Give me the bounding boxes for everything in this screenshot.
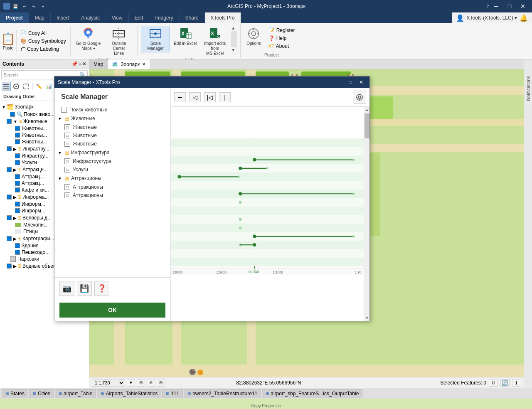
options-btn[interactable]: Options — [244, 26, 263, 47]
bottom-tab-airport[interactable]: ⊞ airport_Table — [55, 389, 96, 398]
ok-button[interactable]: OK — [59, 303, 165, 318]
copy-all-btn[interactable]: 📄 Copy All — [18, 30, 68, 37]
tree-infra-1[interactable]: □ Инфраструктура — [54, 157, 170, 165]
tab-analysis[interactable]: Analysis — [75, 12, 106, 23]
layer-checkbox[interactable] — [15, 174, 20, 179]
layer-checkbox[interactable] — [7, 119, 12, 124]
scroll-down-arrow[interactable]: ▼ — [364, 315, 369, 321]
scale-manager-btn[interactable]: Scale Manager — [141, 26, 170, 52]
layer-checkbox[interactable] — [15, 187, 20, 192]
tab-view[interactable]: View — [106, 12, 129, 23]
copy-labeling-btn[interactable]: 🏷 Copy Labeling — [18, 45, 68, 53]
scroll-up-arrow[interactable]: ▲ — [364, 107, 369, 113]
copy-symbology-btn[interactable]: 🎨 Copy Symbology — [18, 37, 68, 45]
pause-btn[interactable]: ⏸ — [489, 379, 498, 387]
layer-checkbox[interactable] — [10, 112, 15, 117]
refresh-btn[interactable]: 🔄 — [500, 379, 510, 387]
chart-tool-3[interactable]: |◁ — [204, 92, 216, 102]
tree-attr-2[interactable]: □ Аттракционы — [54, 191, 170, 200]
outside-center-lines-btn[interactable]: Outside CenterLines — [104, 26, 133, 57]
chart-tool-1[interactable]: ⊢ — [174, 92, 186, 102]
help-dialog-btn[interactable]: ❓ — [94, 281, 109, 296]
zoom-btn[interactable]: ⊕ — [147, 379, 155, 387]
layer-checkbox[interactable] — [7, 215, 12, 220]
undo-quick-btn[interactable]: ↩ — [21, 2, 28, 10]
dialog-close-btn[interactable]: ✕ — [356, 78, 366, 86]
contents-pin-btn[interactable]: 📌 — [71, 61, 78, 67]
tree-item-poisk[interactable]: □ Поиск животных — [54, 106, 170, 114]
contents-close-btn[interactable]: ✕ — [82, 61, 86, 67]
layer-checkbox[interactable] — [15, 126, 20, 131]
layer-checkbox[interactable] — [7, 146, 12, 151]
edit-excel-btn[interactable]: X Edit in Excel — [172, 26, 199, 47]
save-quick-btn[interactable]: 💾 — [12, 2, 19, 10]
layer-checkbox[interactable] — [15, 133, 20, 138]
close-btn[interactable]: ✕ — [517, 2, 529, 10]
layer-checkbox[interactable] — [15, 202, 20, 207]
redo-quick-btn[interactable]: ↪ — [30, 2, 37, 10]
bottom-tab-airport-output[interactable]: ⊞ airport_shp_FeatureS...ics_OutputTable — [262, 389, 362, 398]
layer-checkbox[interactable] — [15, 160, 20, 165]
layer-checkbox[interactable] — [7, 195, 12, 200]
settings-gear-btn[interactable] — [353, 91, 366, 104]
scale-dropdown-btn[interactable]: ▼ — [127, 379, 135, 387]
grid-btn[interactable]: ⊞ — [157, 379, 165, 387]
bottom-tab-states[interactable]: ⊞ States — [2, 389, 28, 398]
import-excel-btn[interactable]: X Import edits fromMS Excel — [200, 26, 229, 57]
extent-btn[interactable]: ⊞ — [137, 379, 145, 387]
register-btn[interactable]: 📝 Register — [266, 27, 297, 34]
map-tab-zopark[interactable]: 🗺️ Зоопарк ✕ — [108, 59, 150, 69]
scroll-thumb[interactable] — [365, 113, 369, 138]
goto-google-maps-btn[interactable]: Go to GoogleMaps ▾ — [74, 26, 103, 52]
tree-attr-1[interactable]: □ Аттракционы — [54, 183, 170, 191]
layer-checkbox[interactable] — [15, 153, 20, 158]
map-tab-map[interactable]: Map — [89, 59, 108, 69]
tab-map[interactable]: Map — [29, 12, 51, 23]
layer-checkbox[interactable] — [15, 208, 20, 213]
bottom-tab-airports-stats[interactable]: ⊞ Airports_TableStatistics — [97, 389, 161, 398]
layer-checkbox[interactable] — [7, 236, 12, 241]
minimize-btn[interactable]: ─ — [490, 2, 502, 10]
layer-checkbox[interactable] — [15, 243, 20, 248]
tab-edit[interactable]: Edit — [129, 12, 150, 23]
chart-tool-4[interactable]: | — [219, 92, 231, 102]
save-btn[interactable]: 💾 — [77, 281, 92, 296]
notification-icon[interactable]: 🔔 — [520, 14, 528, 22]
layer-checkbox[interactable] — [15, 250, 20, 255]
tree-group-attr[interactable]: ▼ ⊞ Аттракционы — [54, 174, 170, 183]
tree-group-animals[interactable]: ▼ ⊞ Животные — [54, 114, 170, 123]
scroll-up-btn[interactable]: ▲ — [231, 26, 237, 30]
tab-xtools[interactable]: XTools Pro — [205, 12, 241, 23]
scroll-track[interactable] — [364, 113, 369, 315]
tab-share[interactable]: Share — [180, 12, 205, 23]
tab-close-icon[interactable]: ✕ — [142, 62, 145, 67]
info-btn[interactable]: ℹ — [512, 379, 521, 387]
about-btn[interactable]: XT About — [266, 42, 297, 50]
tab-insert[interactable]: Insert — [51, 12, 75, 23]
camera-btn[interactable]: 📷 — [59, 281, 74, 296]
chart-btn[interactable]: 📊 — [44, 82, 54, 91]
scroll-down-btn[interactable]: ▼ — [231, 48, 237, 52]
scale-chart-area[interactable]: 1:5000 1:1000 1:1730 1:8400 1:95 — [171, 107, 369, 321]
dialog-restore-btn[interactable]: □ — [345, 78, 355, 86]
tree-animals-3[interactable]: □ Животные — [54, 140, 170, 148]
pencil-btn[interactable]: ✏️ — [34, 82, 44, 91]
tab-project[interactable]: Project — [0, 12, 29, 23]
list-view-btn[interactable] — [2, 82, 11, 91]
tree-animals-1[interactable]: □ Животные — [54, 123, 170, 131]
maximize-btn[interactable]: □ — [504, 2, 515, 10]
tree-animals-2[interactable]: □ Животные — [54, 131, 170, 140]
more-quick-btn[interactable]: ▾ — [39, 2, 47, 10]
bottom-tab-111[interactable]: ⊞ 111 — [162, 389, 183, 398]
source-view-btn[interactable] — [12, 82, 21, 91]
tree-group-infra[interactable]: ▼ ⊞ Инфраструктура — [54, 148, 170, 157]
help-ribbon-btn[interactable]: ❓ Help — [266, 34, 297, 42]
bottom-tab-cities[interactable]: ⊞ Cities — [29, 389, 54, 398]
layer-checkbox[interactable] — [7, 264, 12, 269]
help-btn[interactable]: ? — [486, 4, 489, 9]
paste-btn[interactable]: 📋 Paste — [0, 30, 17, 52]
scale-select[interactable]: 1:1,730 — [92, 379, 125, 387]
xtools-user-badge[interactable]: 👤 XTools (XTools, LLC) ▾ 🔔 — [452, 12, 532, 23]
contents-menu-btn[interactable]: ≡ — [79, 61, 81, 67]
bottom-tab-owners[interactable]: ⊞ owners2_TableRestructure11 — [184, 389, 261, 398]
